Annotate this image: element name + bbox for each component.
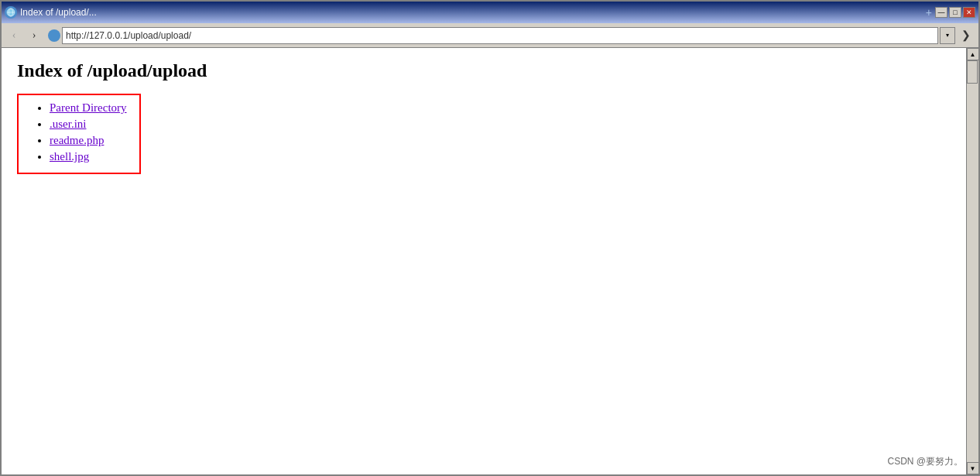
list-item: Parent Directory	[50, 101, 127, 115]
go-button[interactable]: ❯	[957, 26, 975, 45]
file-link[interactable]: Parent Directory	[50, 101, 127, 114]
close-button[interactable]: ✕	[963, 7, 975, 18]
scrollbar: ▲ ▼	[966, 48, 978, 474]
new-tab-button[interactable]: +	[926, 6, 932, 19]
tab-title: Index of /upload/...	[20, 7, 917, 18]
browser-icon	[5, 6, 17, 19]
scrollbar-thumb[interactable]	[967, 60, 978, 84]
navigation-bar: ‹ › ▾ ❯	[2, 23, 978, 48]
browser-window: Index of /upload/... + — □ ✕ ‹ › ▾ ❯ Ind…	[0, 0, 980, 476]
address-bar[interactable]	[62, 27, 938, 44]
maximize-button[interactable]: □	[949, 7, 961, 18]
scroll-up-button[interactable]: ▲	[967, 48, 979, 60]
file-link[interactable]: .user.ini	[50, 118, 87, 130]
forward-button[interactable]: ›	[25, 26, 43, 45]
scroll-down-button[interactable]: ▼	[967, 462, 979, 474]
page-favicon	[48, 29, 60, 42]
list-item: readme.php	[50, 134, 127, 147]
highlight-box: Parent Directory.user.inireadme.phpshell…	[17, 94, 141, 174]
watermark: CSDN @要努力。	[887, 455, 963, 468]
file-link[interactable]: readme.php	[50, 134, 104, 146]
content-area: Index of /upload/upload Parent Directory…	[2, 48, 978, 474]
file-link[interactable]: shell.jpg	[50, 150, 89, 163]
back-button[interactable]: ‹	[5, 26, 23, 45]
scrollbar-track[interactable]	[967, 60, 978, 462]
file-list: Parent Directory.user.inireadme.phpshell…	[31, 101, 127, 163]
list-item: shell.jpg	[50, 150, 127, 163]
minimize-button[interactable]: —	[935, 7, 947, 18]
page-heading: Index of /upload/upload	[17, 60, 951, 81]
window-controls: — □ ✕	[935, 7, 975, 18]
list-item: .user.ini	[50, 118, 127, 131]
address-dropdown-button[interactable]: ▾	[940, 27, 955, 44]
page-content: Index of /upload/upload Parent Directory…	[2, 48, 966, 474]
title-bar: Index of /upload/... + — □ ✕	[2, 2, 978, 23]
